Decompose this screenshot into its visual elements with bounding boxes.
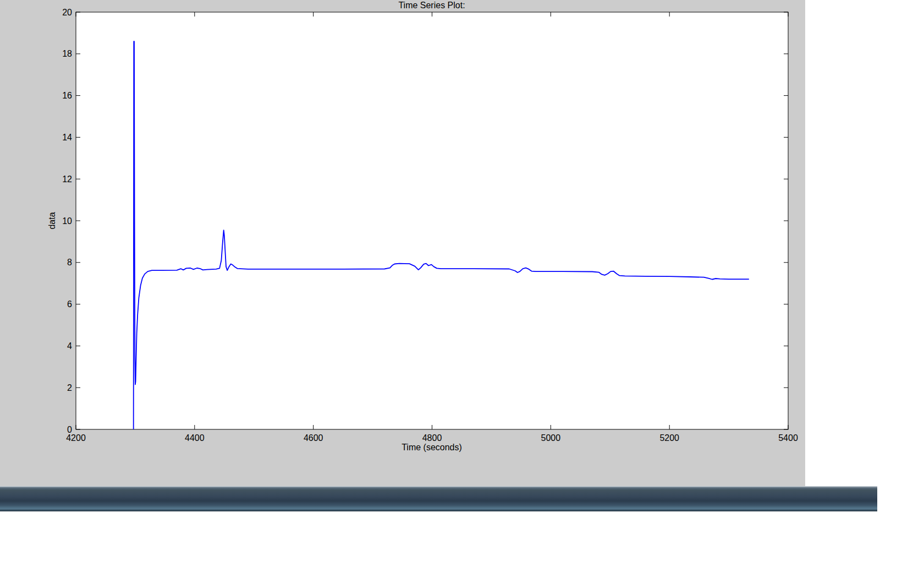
- time-series-chart: Time Series Plot: Time (seconds) data 42…: [0, 0, 805, 486]
- y-tick-label: 14: [62, 133, 72, 142]
- taskbar: ++ TxC DE: [0, 486, 877, 511]
- x-axis-label: Time (seconds): [402, 443, 462, 452]
- y-tick-label: 20: [62, 8, 72, 17]
- x-tick-label: 5400: [778, 433, 798, 443]
- x-tick-label: 5200: [659, 433, 679, 443]
- y-tick-label: 10: [62, 216, 72, 226]
- y-tick-label: 4: [67, 341, 72, 351]
- y-tick-label: 8: [67, 258, 72, 267]
- y-tick-label: 12: [62, 175, 72, 184]
- y-tick-label: 16: [62, 91, 72, 100]
- x-tick-label: 4400: [185, 433, 205, 443]
- y-axis-label: data: [47, 212, 57, 229]
- y-tick-label: 18: [62, 49, 72, 58]
- x-tick-label: 4600: [304, 433, 323, 443]
- x-tick-label: 4800: [422, 433, 442, 443]
- y-tick-label: 6: [67, 299, 72, 309]
- matlab-figure-window: Time Series Plot: Time (seconds) data 42…: [0, 0, 805, 486]
- plot-box: [76, 12, 788, 429]
- x-tick-label: 4200: [66, 433, 86, 443]
- y-tick-label: 0: [67, 425, 72, 434]
- y-tick-label: 2: [67, 383, 72, 392]
- x-tick-label: 5000: [541, 433, 561, 443]
- desktop: { "figure": { "background": "#cccccc" },…: [0, 0, 924, 578]
- chart-title: Time Series Plot:: [398, 1, 465, 10]
